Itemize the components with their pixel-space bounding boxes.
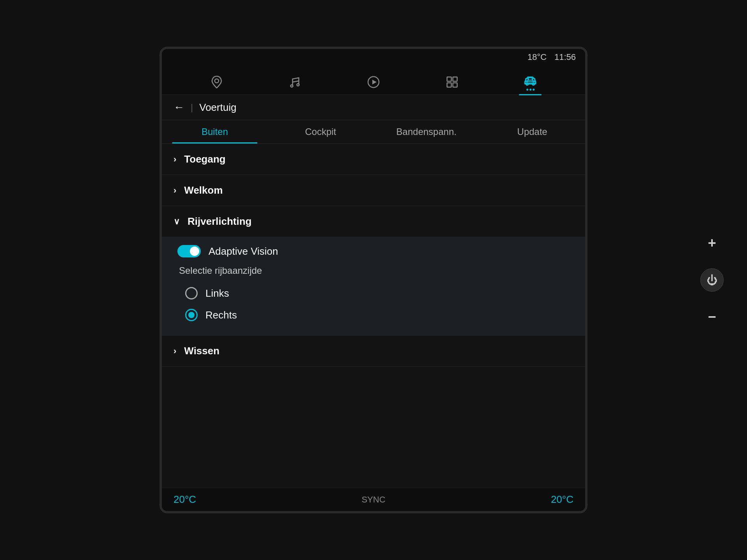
time-display: 11:56 — [554, 52, 576, 62]
radio-rechts[interactable] — [185, 309, 198, 321]
svg-rect-6 — [453, 77, 457, 81]
nav-play[interactable] — [355, 71, 392, 93]
menu-label-welkom: Welkom — [184, 184, 223, 196]
radio-rechts-row[interactable]: Rechts — [177, 304, 570, 326]
menu-item-toegang[interactable]: › Toegang — [162, 144, 585, 175]
svg-rect-12 — [528, 78, 532, 80]
radio-rechts-label: Rechts — [205, 309, 237, 321]
chevron-down-rijverlichting: ∨ — [174, 217, 180, 227]
car-dashboard: 18°C 11:56 — [0, 0, 747, 560]
page-title: Voertuig — [199, 102, 236, 114]
rijbaanzijde-subtitle: Selectie rijbaanzijde — [177, 265, 570, 276]
status-bar: 18°C 11:56 — [162, 49, 585, 65]
temp-left: 20°C — [174, 494, 196, 506]
chevron-right-welkom: › — [174, 186, 176, 196]
tab-cockpit[interactable]: Cockpit — [268, 120, 374, 144]
nav-grid[interactable] — [433, 71, 471, 93]
adaptive-vision-label: Adaptive Vision — [209, 245, 278, 257]
svg-point-0 — [215, 79, 219, 83]
chevron-right-wissen: › — [174, 346, 176, 356]
back-button[interactable]: ← — [174, 101, 184, 114]
nav-car[interactable] — [512, 69, 549, 94]
svg-point-2 — [297, 84, 299, 86]
menu-label-wissen: Wissen — [184, 345, 219, 357]
power-button[interactable]: ⏻ — [700, 268, 724, 292]
tab-bandenspann[interactable]: Bandenspann. — [374, 120, 479, 144]
chevron-right-toegang: › — [174, 154, 176, 164]
adaptive-vision-toggle[interactable] — [177, 245, 201, 257]
bottom-bar: 20°C SYNC 20°C — [162, 488, 585, 511]
temp-right: 20°C — [551, 494, 573, 506]
radio-links-row[interactable]: Links — [177, 282, 570, 304]
temperature-display: 18°C — [528, 52, 547, 62]
svg-rect-7 — [447, 83, 451, 87]
breadcrumb-divider: | — [191, 102, 193, 113]
menu-item-welkom[interactable]: › Welkom — [162, 175, 585, 206]
svg-rect-5 — [447, 77, 451, 81]
radio-links-label: Links — [205, 287, 229, 299]
menu-label-rijverlichting: Rijverlichting — [188, 215, 252, 228]
menu-list: › Toegang › Welkom ∨ Rijverlichting — [162, 144, 585, 488]
volume-down-button[interactable]: − — [702, 307, 722, 327]
svg-point-1 — [291, 85, 293, 87]
tab-buiten[interactable]: Buiten — [162, 120, 268, 144]
volume-up-button[interactable]: + — [702, 233, 722, 253]
radio-links[interactable] — [185, 287, 198, 299]
svg-rect-13 — [526, 79, 528, 81]
sub-tabs: Buiten Cockpit Bandenspann. Update — [162, 120, 585, 144]
svg-rect-8 — [453, 83, 457, 87]
tab-update[interactable]: Update — [479, 120, 585, 144]
nav-music[interactable] — [276, 71, 314, 93]
screen-content: ← | Voertuig Buiten Cockpit Bandenspann.… — [162, 95, 585, 511]
menu-item-wissen[interactable]: › Wissen — [162, 336, 585, 367]
top-nav — [162, 65, 585, 95]
nav-location[interactable] — [198, 71, 235, 93]
menu-item-rijverlichting[interactable]: ∨ Rijverlichting — [162, 206, 585, 237]
svg-rect-14 — [533, 79, 535, 81]
side-controls-right: + ⏻ − — [700, 233, 724, 327]
adaptive-vision-row: Adaptive Vision — [177, 245, 570, 257]
svg-marker-4 — [372, 80, 377, 84]
sync-label: SYNC — [361, 495, 385, 505]
menu-label-toegang: Toegang — [184, 153, 225, 165]
screen-bezel: 18°C 11:56 — [160, 47, 587, 513]
rijverlichting-expanded: Adaptive Vision Selectie rijbaanzijde Li… — [162, 237, 585, 336]
breadcrumb: ← | Voertuig — [162, 95, 585, 120]
